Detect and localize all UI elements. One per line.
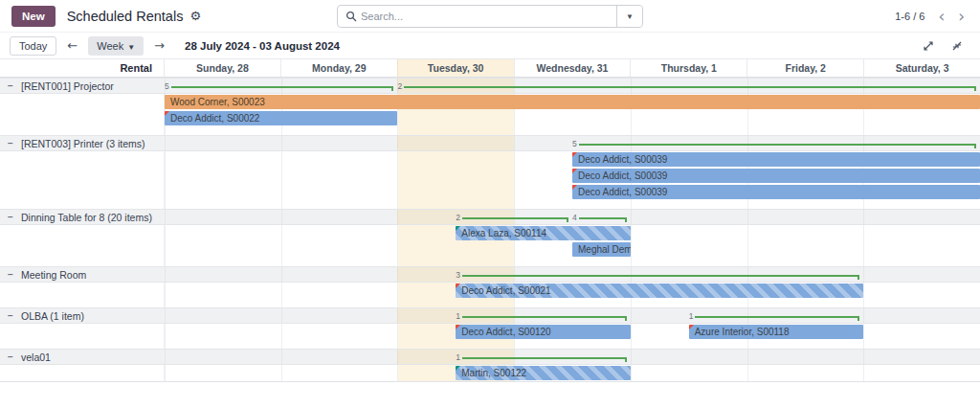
gantt-cell[interactable] [863, 267, 980, 282]
gantt-cell[interactable] [863, 258, 980, 266]
collapse-rows-icon[interactable] [949, 38, 965, 54]
gantt-cell[interactable] [281, 151, 398, 168]
gantt-cell[interactable] [281, 241, 398, 258]
gantt-cell[interactable] [281, 299, 398, 307]
collapse-group-icon[interactable]: − [0, 80, 21, 91]
gantt-cell[interactable] [514, 110, 631, 126]
gantt-cell[interactable] [281, 267, 398, 282]
gantt-cell[interactable] [631, 258, 747, 266]
collapse-group-icon[interactable]: − [0, 138, 21, 148]
gantt-cell[interactable] [165, 340, 281, 349]
gantt-cell[interactable] [863, 283, 980, 299]
search-bar[interactable]: ▼ [337, 5, 643, 28]
gantt-cell[interactable] [514, 200, 631, 209]
gantt-cell[interactable] [165, 258, 281, 266]
pager-previous-button[interactable]: ‹ [934, 10, 948, 23]
gantt-cell[interactable] [281, 258, 398, 266]
gantt-cell[interactable] [631, 225, 747, 241]
gantt-cell[interactable] [631, 299, 747, 307]
gantt-cell[interactable] [631, 241, 747, 258]
gantt-cell[interactable] [281, 283, 398, 299]
collapse-group-icon[interactable]: − [0, 351, 21, 362]
gantt-cell[interactable] [747, 200, 864, 209]
gantt-cell[interactable] [397, 258, 514, 266]
gantt-bar[interactable]: Deco Addict, S00022 [165, 111, 397, 125]
gantt-cell[interactable] [165, 136, 281, 150]
gantt-cell[interactable] [863, 200, 980, 209]
gantt-cell[interactable] [863, 241, 980, 258]
gantt-cell[interactable] [397, 184, 514, 200]
gantt-cell[interactable] [165, 324, 281, 340]
gantt-cell[interactable] [165, 126, 281, 135]
gantt-cell[interactable] [165, 184, 281, 200]
gantt-cell[interactable] [165, 283, 281, 299]
gantt-cell[interactable] [165, 200, 281, 209]
gantt-cell[interactable] [165, 350, 281, 364]
gantt-cell[interactable] [281, 210, 398, 224]
expand-rows-icon[interactable] [921, 38, 936, 54]
gantt-bar[interactable]: Deco Addict, S00039 [572, 169, 980, 183]
search-dropdown-toggle[interactable]: ▼ [616, 6, 642, 27]
gantt-cell[interactable] [165, 308, 281, 323]
gantt-bar[interactable]: Deco Addict, S00039 [572, 152, 980, 167]
gantt-cell[interactable] [397, 168, 514, 184]
gantt-bar[interactable]: Deco Addict, S00120 [456, 325, 631, 339]
gantt-bar[interactable]: Martin, S00122 [456, 366, 631, 380]
gantt-cell[interactable] [165, 168, 281, 184]
gantt-cell[interactable] [863, 225, 980, 241]
scale-selector-button[interactable]: Week▼ [88, 36, 144, 56]
gantt-cell[interactable] [165, 267, 281, 282]
gantt-cell[interactable] [165, 365, 281, 381]
gantt-cell[interactable] [397, 340, 514, 349]
gantt-cell[interactable] [863, 299, 980, 307]
gantt-cell[interactable] [397, 299, 514, 307]
gantt-cell[interactable] [747, 225, 864, 241]
gantt-cell[interactable] [281, 126, 398, 135]
gantt-cell[interactable] [631, 126, 747, 135]
gear-icon[interactable]: ⚙ [189, 9, 201, 23]
gantt-cell[interactable] [281, 168, 398, 184]
gantt-cell[interactable] [863, 126, 980, 135]
gantt-cell[interactable] [165, 151, 281, 168]
gantt-cell[interactable] [397, 151, 514, 168]
pager-next-button[interactable]: › [954, 10, 969, 23]
gantt-cell[interactable] [863, 324, 980, 340]
today-button[interactable]: Today [10, 36, 56, 56]
gantt-cell[interactable] [165, 241, 281, 258]
gantt-cell[interactable] [747, 365, 864, 381]
gantt-bar[interactable]: Alexa Laza, S00114 [456, 226, 631, 240]
gantt-cell[interactable] [631, 340, 747, 349]
gantt-cell[interactable] [631, 110, 747, 126]
gantt-cell[interactable] [631, 365, 747, 381]
gantt-cell[interactable] [165, 210, 281, 224]
gantt-cell[interactable] [281, 136, 398, 150]
next-period-button[interactable]: → [148, 37, 170, 54]
gantt-cell[interactable] [747, 110, 864, 126]
new-button[interactable]: New [11, 6, 56, 27]
gantt-cell[interactable] [747, 340, 864, 349]
gantt-cell[interactable] [863, 210, 980, 224]
gantt-cell[interactable] [165, 299, 281, 307]
gantt-cell[interactable] [281, 340, 398, 349]
previous-period-button[interactable]: ← [61, 37, 83, 54]
gantt-cell[interactable] [747, 299, 864, 307]
gantt-cell[interactable] [281, 225, 398, 241]
gantt-cell[interactable] [281, 184, 398, 200]
gantt-cell[interactable] [747, 126, 864, 135]
gantt-cell[interactable] [631, 210, 747, 224]
gantt-cell[interactable] [397, 136, 514, 150]
gantt-cell[interactable] [281, 324, 398, 340]
gantt-bar[interactable]: Deco Addict, S00021 [456, 283, 863, 298]
gantt-cell[interactable] [397, 110, 514, 126]
gantt-cell[interactable] [397, 126, 514, 135]
collapse-group-icon[interactable]: − [0, 310, 21, 321]
gantt-cell[interactable] [281, 365, 398, 381]
gantt-bar[interactable]: Wood Corner, S00023 [165, 95, 980, 109]
gantt-cell[interactable] [863, 365, 980, 381]
gantt-cell[interactable] [631, 350, 747, 364]
gantt-cell[interactable] [863, 340, 980, 349]
gantt-cell[interactable] [631, 200, 747, 209]
gantt-cell[interactable] [514, 258, 631, 266]
gantt-cell[interactable] [397, 200, 514, 209]
gantt-cell[interactable] [281, 308, 398, 323]
